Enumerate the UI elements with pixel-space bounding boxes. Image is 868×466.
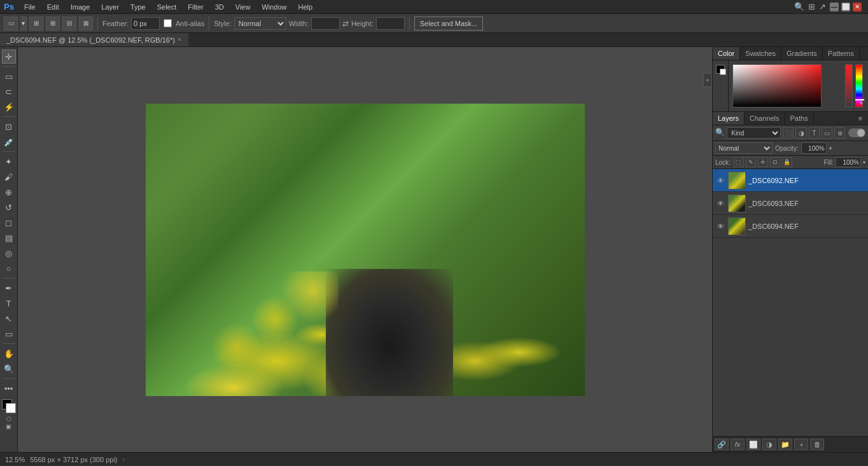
tab-patterns[interactable]: Patterns xyxy=(823,47,860,60)
layer-filter-select[interactable]: Kind Name Effect Mode Attribute Color Sm… xyxy=(727,127,781,139)
layer-visibility-eye[interactable]: 👁 xyxy=(715,175,725,186)
link-layers-btn[interactable]: 🔗 xyxy=(715,439,729,450)
brush-tool[interactable]: 🖌 xyxy=(2,170,16,184)
doc-tab-close-btn[interactable]: × xyxy=(178,36,181,43)
delete-layer-btn[interactable]: 🗑 xyxy=(810,439,824,450)
layer-row[interactable]: 👁 _DSC6094.NEF xyxy=(713,215,868,238)
marquee-rect-btn[interactable]: ▭ xyxy=(4,17,18,31)
screen-mode-icon[interactable]: ▣ xyxy=(6,423,11,430)
fill-arrow-icon[interactable]: ▾ xyxy=(863,160,865,165)
canvas-area[interactable] xyxy=(18,47,712,452)
dodge-tool[interactable]: ○ xyxy=(2,261,16,275)
width-input[interactable] xyxy=(311,17,340,30)
close-button[interactable]: ✕ xyxy=(853,3,862,11)
menu-image[interactable]: Image xyxy=(66,2,95,12)
new-sel-btn[interactable]: ⊞ xyxy=(29,17,43,31)
menu-3d[interactable]: 3D xyxy=(210,2,229,12)
new-adjustment-btn[interactable]: ◑ xyxy=(762,439,776,450)
feather-input[interactable] xyxy=(131,17,160,30)
menu-filter[interactable]: Filter xyxy=(183,2,208,12)
pen-tool[interactable]: ✒ xyxy=(2,281,16,295)
menu-view[interactable]: View xyxy=(230,2,256,12)
more-tools[interactable]: ••• xyxy=(2,381,16,395)
spot-heal-tool[interactable]: ✦ xyxy=(2,154,16,168)
lock-position-icon[interactable]: ✎ xyxy=(746,157,756,167)
zoom-tool[interactable]: 🔍 xyxy=(2,362,16,376)
menu-edit[interactable]: Edit xyxy=(42,2,64,12)
quick-mask-icon[interactable]: ⬡ xyxy=(6,416,11,422)
new-group-btn[interactable]: 📁 xyxy=(778,439,792,450)
lasso-tool[interactable]: ⊂ xyxy=(2,85,16,99)
menu-help[interactable]: Help xyxy=(293,2,318,12)
menu-file[interactable]: File xyxy=(19,2,41,12)
tab-paths[interactable]: Paths xyxy=(785,112,814,125)
sub-sel-btn[interactable]: ⊟ xyxy=(62,17,76,31)
menu-window[interactable]: Window xyxy=(256,2,291,12)
layer-visibility-eye[interactable]: 👁 xyxy=(715,221,725,231)
style-select[interactable]: Normal Fixed Ratio Fixed Size xyxy=(234,17,286,30)
eraser-tool[interactable]: ◻ xyxy=(2,216,16,230)
background-color[interactable] xyxy=(6,403,16,413)
select-and-mask-button[interactable]: Select and Mask... xyxy=(414,17,484,31)
clone-stamp-tool[interactable]: ⊕ xyxy=(2,185,16,199)
add-sel-btn[interactable]: ⊞ xyxy=(46,17,60,31)
tab-gradients[interactable]: Gradients xyxy=(781,47,823,60)
menu-select[interactable]: Select xyxy=(152,2,182,12)
swap-dimensions-icon[interactable]: ⇄ xyxy=(342,19,349,28)
color-fg-icon[interactable] xyxy=(714,63,727,76)
color-alpha-bar[interactable] xyxy=(845,64,853,107)
gradient-tool[interactable]: ▤ xyxy=(2,231,16,245)
right-panel-collapse-btn[interactable]: « xyxy=(703,73,712,87)
tab-color[interactable]: Color xyxy=(713,47,740,60)
filter-smartobj-icon[interactable]: ⊕ xyxy=(834,127,845,139)
shape-tool[interactable]: ▭ xyxy=(2,327,16,341)
lock-pixels-icon[interactable]: ⬚ xyxy=(734,157,744,167)
active-doc-tab[interactable]: _DSC6094.NEF @ 12.5% (_DSC6092.NEF, RGB/… xyxy=(0,33,188,46)
filter-shape-icon[interactable]: ▭ xyxy=(822,127,832,139)
marquee-options-btn[interactable]: ▾ xyxy=(20,17,27,31)
history-brush-tool[interactable]: ↺ xyxy=(2,200,16,214)
rect-marquee-tool[interactable]: ▭ xyxy=(2,69,16,83)
quick-select-tool[interactable]: ⚡ xyxy=(2,100,16,114)
fill-input[interactable] xyxy=(836,157,861,167)
share-icon[interactable]: ↗ xyxy=(819,2,826,11)
opacity-input[interactable] xyxy=(801,142,827,154)
tab-swatches[interactable]: Swatches xyxy=(740,47,781,60)
anti-alias-checkbox[interactable] xyxy=(164,19,172,27)
layer-row[interactable]: 👁 _DSC6093.NEF xyxy=(713,192,868,215)
move-tool[interactable]: ✛ xyxy=(2,50,16,64)
maximize-button[interactable]: ⬜ xyxy=(841,3,850,11)
search-icon[interactable]: 🔍 xyxy=(794,2,804,11)
new-layer-btn[interactable]: ＋ xyxy=(794,439,808,450)
text-tool[interactable]: T xyxy=(2,296,16,310)
filter-adjustment-icon[interactable]: ◑ xyxy=(795,127,806,139)
menu-layer[interactable]: Layer xyxy=(96,2,124,12)
blur-tool[interactable]: ◎ xyxy=(2,246,16,260)
layers-panel-menu-btn[interactable]: ≡ xyxy=(854,112,867,125)
lock-all-icon[interactable]: 🔒 xyxy=(782,157,792,167)
layer-visibility-eye[interactable]: 👁 xyxy=(715,198,725,209)
lock-move-icon[interactable]: ✛ xyxy=(758,157,768,167)
height-input[interactable] xyxy=(376,17,405,30)
filter-type-icon[interactable]: T xyxy=(809,127,820,139)
crop-tool[interactable]: ⊡ xyxy=(2,120,16,134)
lock-artboard-icon[interactable]: ⊡ xyxy=(770,157,780,167)
layer-filter-toggle[interactable] xyxy=(848,128,865,137)
path-select-tool[interactable]: ↖ xyxy=(2,312,16,326)
opacity-arrow-icon[interactable]: ▾ xyxy=(829,146,832,151)
layer-row[interactable]: 👁 _DSC6092.NEF xyxy=(713,169,868,192)
color-gradient[interactable] xyxy=(732,64,822,107)
workspace-icon[interactable]: ⊞ xyxy=(808,2,815,11)
filter-pixel-icon[interactable]: ⬛ xyxy=(783,127,794,139)
hand-tool[interactable]: ✋ xyxy=(2,346,16,360)
intersect-sel-btn[interactable]: ⊠ xyxy=(79,17,93,31)
layer-fx-btn[interactable]: fx xyxy=(731,439,745,450)
minimize-button[interactable]: — xyxy=(830,3,839,11)
add-mask-btn[interactable]: ⬜ xyxy=(746,439,760,450)
tab-channels[interactable]: Channels xyxy=(745,112,785,125)
eyedropper-tool[interactable]: 💉 xyxy=(2,135,16,149)
blend-mode-select[interactable]: Normal Dissolve Multiply Screen Overlay xyxy=(715,142,773,154)
menu-type[interactable]: Type xyxy=(125,2,151,12)
tab-layers[interactable]: Layers xyxy=(713,112,745,125)
status-nav-arrow[interactable]: › xyxy=(123,456,125,463)
